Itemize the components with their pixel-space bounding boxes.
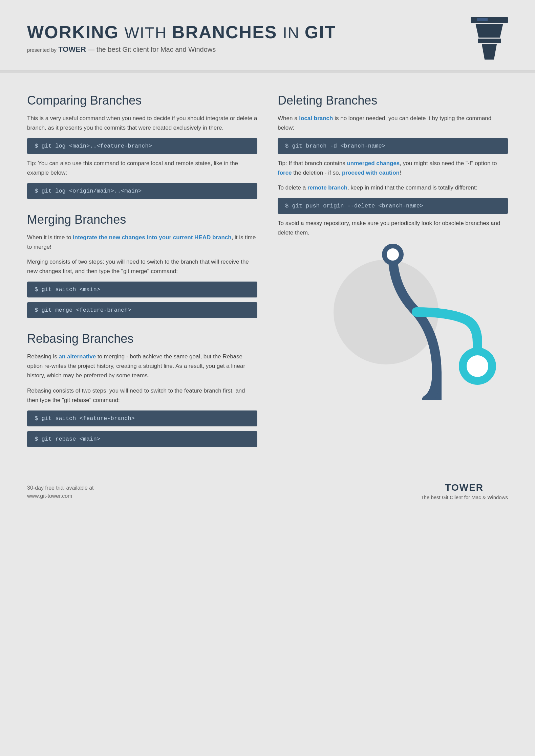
deleting-tip: Tip: If that branch contains unmerged ch…	[278, 159, 508, 178]
footer-left: 30-day free trial available at www.git-t…	[27, 484, 94, 500]
merging-body1-before: When it is time to	[27, 234, 73, 241]
footer-tower-name: TOWER	[445, 482, 484, 493]
rebasing-link[interactable]: an alternative	[59, 353, 96, 360]
local-branch-link[interactable]: local branch	[299, 115, 333, 121]
deleting-code2: $ git push origin --delete <branch-name>	[278, 198, 508, 214]
remote-branch-link[interactable]: remote branch	[307, 184, 347, 191]
remote-before: To delete a	[278, 184, 307, 191]
left-column: Comparing Branches This is a very useful…	[27, 93, 257, 452]
footer: 30-day free trial available at www.git-t…	[0, 472, 535, 514]
remote-after: , keep in mind that the command is total…	[347, 184, 477, 191]
main-content: Comparing Branches This is a very useful…	[0, 73, 535, 465]
unmerged-link[interactable]: unmerged changes	[347, 160, 400, 166]
comparing-code1: $ git log <main>..<feature-branch>	[27, 138, 257, 154]
deleting-code1: $ git branch -d <branch-name>	[278, 138, 508, 154]
rebasing-code2: $ git rebase <main>	[27, 431, 257, 447]
rebasing-title: Rebasing Branches	[27, 332, 257, 346]
title-working: WORKING	[27, 22, 119, 42]
svg-point-2	[387, 248, 399, 261]
deleting-remote: To delete a remote branch, keep in mind …	[278, 183, 508, 193]
footer-line1: 30-day free trial available at	[27, 484, 94, 492]
force-link[interactable]: force	[278, 170, 292, 176]
tagline-text: — the best Git client for Mac and Window…	[88, 46, 216, 53]
tower-logo-icon	[471, 17, 508, 60]
title-with: WITH	[125, 24, 172, 42]
merging-body2: Merging consists of two steps: you will …	[27, 257, 257, 276]
caution-link[interactable]: proceed with caution	[342, 170, 400, 176]
title-in: IN	[283, 24, 305, 42]
rebasing-body2: Rebasing consists of two steps: you will…	[27, 386, 257, 405]
presented-by-label: presented by	[27, 47, 57, 53]
merging-link[interactable]: integrate the new changes into your curr…	[73, 234, 232, 241]
title-git: GIT	[305, 22, 336, 42]
rebasing-code1: $ git switch <feature-branch>	[27, 410, 257, 426]
comparing-code2: $ git log <origin/main>..<main>	[27, 183, 257, 199]
footer-right: TOWER The best Git Client for Mac & Wind…	[421, 482, 508, 500]
deleting-title: Deleting Branches	[278, 93, 508, 108]
rebasing-body1: Rebasing is an alternative to merging - …	[27, 352, 257, 380]
merging-body1: When it is time to integrate the new cha…	[27, 233, 257, 252]
deleting-body1: When a local branch is no longer needed,…	[278, 114, 508, 133]
tower-brand-label: TOWER	[58, 45, 86, 53]
merging-code1: $ git switch <main>	[27, 282, 257, 297]
deleting-before: When a	[278, 115, 299, 121]
logo-mid-section	[474, 24, 505, 38]
illustration-area	[278, 244, 508, 400]
title-branches: BRANCHES	[172, 22, 277, 42]
tip-middle: , you might also need the "-f" option to	[400, 160, 497, 166]
divider	[0, 70, 535, 73]
comparing-body1: This is a very useful command when you n…	[27, 114, 257, 133]
page: WORKING WITH BRANCHES IN GIT presented b…	[0, 0, 535, 756]
header: WORKING WITH BRANCHES IN GIT presented b…	[0, 0, 535, 70]
comparing-tip: Tip: You can also use this command to co…	[27, 159, 257, 178]
rebasing-before: Rebasing is	[27, 353, 59, 360]
logo-mid-section2	[478, 39, 501, 43]
logo-top-bar	[471, 17, 508, 23]
merging-title: Merging Branches	[27, 213, 257, 227]
logo-bottom-section	[480, 44, 499, 60]
footer-tower-sub: The best Git Client for Mac & Windows	[421, 494, 508, 500]
header-text: WORKING WITH BRANCHES IN GIT presented b…	[27, 23, 336, 53]
tip-before: Tip: If that branch contains	[278, 160, 347, 166]
tip-middle2: the deletion - if so,	[292, 170, 342, 176]
subtitle: presented by TOWER — the best Git client…	[27, 45, 216, 54]
svg-point-4	[467, 355, 488, 377]
comparing-title: Comparing Branches	[27, 93, 257, 108]
git-branch-illustration	[332, 244, 508, 400]
footer-line2: www.git-tower.com	[27, 492, 94, 500]
main-title: WORKING WITH BRANCHES IN GIT	[27, 23, 336, 42]
right-column: Deleting Branches When a local branch is…	[278, 93, 508, 452]
tip-end: !	[400, 170, 401, 176]
merging-code2: $ git merge <feature-branch>	[27, 302, 257, 318]
deleting-final: To avoid a messy repository, make sure y…	[278, 219, 508, 238]
